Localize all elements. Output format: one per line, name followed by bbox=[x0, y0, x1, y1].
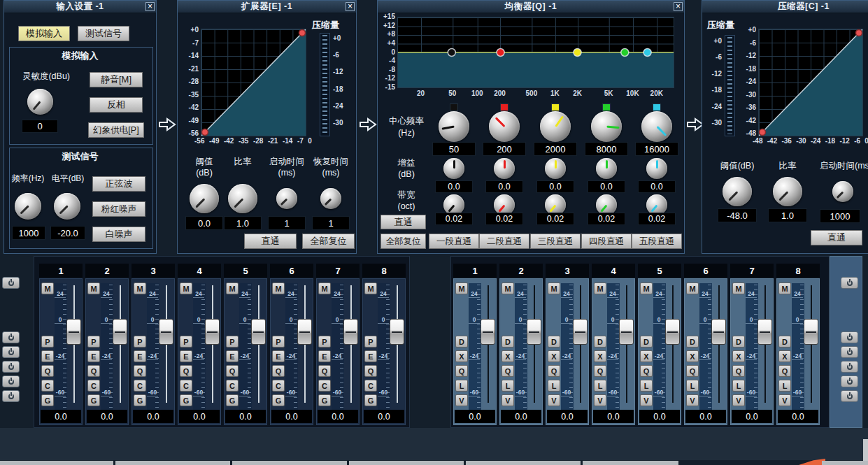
power-button[interactable] bbox=[841, 361, 858, 373]
strip-button-q[interactable]: Q bbox=[41, 365, 54, 377]
strip-button-q[interactable]: Q bbox=[548, 365, 560, 377]
fader-handle[interactable] bbox=[390, 319, 404, 345]
band-bypass-button[interactable]: 三段直通 bbox=[530, 234, 581, 249]
mute-button[interactable]: M bbox=[640, 282, 653, 294]
strip-button-c[interactable]: C bbox=[41, 380, 54, 392]
strip-button-q[interactable]: Q bbox=[134, 365, 146, 377]
strip-button-l[interactable]: L bbox=[594, 380, 606, 392]
band-gain-knob[interactable] bbox=[443, 158, 464, 179]
power-button[interactable] bbox=[2, 346, 20, 358]
mute-button[interactable]: M bbox=[732, 282, 745, 294]
eq-band-dot[interactable] bbox=[643, 49, 651, 57]
strip-button-x[interactable]: X bbox=[686, 350, 699, 362]
fader-handle[interactable] bbox=[481, 319, 495, 345]
strip-button-e[interactable]: E bbox=[364, 350, 377, 362]
strip-button-x[interactable]: X bbox=[594, 350, 606, 362]
eq-band-dot[interactable] bbox=[497, 49, 504, 57]
mute-button[interactable]: M bbox=[226, 282, 239, 294]
close-icon[interactable]: × bbox=[145, 2, 155, 11]
fader-handle[interactable] bbox=[573, 319, 588, 345]
bypass-button[interactable]: 直通 bbox=[811, 230, 862, 245]
phantom-power-button[interactable]: 幻象供电[P] bbox=[88, 122, 144, 138]
strip-button-p[interactable]: P bbox=[87, 336, 100, 348]
power-button[interactable] bbox=[2, 375, 20, 387]
eq-reset-all-button[interactable]: 全部复位 bbox=[380, 234, 426, 249]
power-button[interactable] bbox=[841, 390, 858, 402]
fader-handle[interactable] bbox=[804, 319, 818, 345]
strip-button-x[interactable]: X bbox=[640, 350, 653, 362]
strip-button-l[interactable]: L bbox=[778, 380, 791, 392]
compressor-titlebar[interactable]: 压缩器[C] -1 bbox=[702, 1, 868, 13]
strip-button-e[interactable]: E bbox=[134, 350, 146, 362]
mute-button[interactable]: M bbox=[272, 282, 285, 294]
strip-button-g[interactable]: G bbox=[134, 394, 146, 406]
curve-point-low[interactable] bbox=[202, 129, 208, 136]
strip-button-e[interactable]: E bbox=[87, 350, 100, 362]
strip-button-d[interactable]: D bbox=[732, 336, 745, 348]
strip-button-q[interactable]: Q bbox=[318, 365, 331, 377]
bottom-tab-edge[interactable] bbox=[349, 461, 464, 465]
strip-button-e[interactable]: E bbox=[180, 350, 192, 362]
eq-bypass-button[interactable]: 直通 bbox=[380, 215, 426, 229]
strip-button-p[interactable]: P bbox=[364, 336, 377, 348]
strip-button-d[interactable]: D bbox=[640, 336, 653, 348]
strip-button-c[interactable]: C bbox=[272, 380, 285, 392]
mute-button[interactable]: M bbox=[548, 282, 560, 294]
eq-band-dot[interactable] bbox=[448, 49, 455, 57]
strip-button-l[interactable]: L bbox=[455, 380, 468, 392]
bypass-button[interactable]: 直通 bbox=[244, 234, 297, 249]
fader-handle[interactable] bbox=[113, 319, 127, 345]
strip-button-x[interactable]: X bbox=[455, 350, 468, 362]
attack-knob[interactable] bbox=[276, 188, 297, 209]
band-gain-knob[interactable] bbox=[494, 158, 515, 179]
strip-button-c[interactable]: C bbox=[134, 380, 146, 392]
strip-button-x[interactable]: X bbox=[548, 350, 560, 362]
strip-button-d[interactable]: D bbox=[778, 336, 791, 348]
strip-button-q[interactable]: Q bbox=[640, 365, 653, 377]
fader-handle[interactable] bbox=[665, 319, 680, 345]
band-bypass-button[interactable]: 五段直通 bbox=[632, 234, 682, 249]
threshold-knob[interactable] bbox=[190, 184, 219, 213]
strip-button-p[interactable]: P bbox=[134, 336, 146, 348]
mute-button[interactable]: M bbox=[686, 282, 699, 294]
expander-titlebar[interactable]: 扩展器[E] -1 × bbox=[178, 1, 356, 13]
strip-button-e[interactable]: E bbox=[226, 350, 239, 362]
power-button[interactable] bbox=[841, 331, 858, 343]
strip-button-l[interactable]: L bbox=[686, 380, 699, 392]
sensitivity-knob[interactable] bbox=[27, 89, 53, 115]
expander-transfer-graph[interactable] bbox=[201, 29, 306, 136]
band-frequency-knob[interactable] bbox=[540, 111, 571, 142]
power-button[interactable] bbox=[2, 361, 20, 373]
strip-button-g[interactable]: G bbox=[272, 394, 285, 406]
strip-button-d[interactable]: D bbox=[455, 336, 468, 348]
fader-handle[interactable] bbox=[251, 319, 266, 345]
strip-button-v[interactable]: V bbox=[686, 394, 699, 406]
mute-button[interactable]: M bbox=[501, 282, 514, 294]
curve-point-high[interactable] bbox=[856, 30, 862, 36]
mute-button[interactable]: M bbox=[594, 282, 606, 294]
strip-button-l[interactable]: L bbox=[732, 380, 745, 392]
equalizer-titlebar[interactable]: 均衡器[Q] -1 × bbox=[378, 1, 684, 13]
level-knob[interactable] bbox=[54, 193, 80, 220]
strip-button-p[interactable]: P bbox=[226, 336, 239, 348]
strip-button-l[interactable]: L bbox=[640, 380, 653, 392]
compressor-transfer-graph[interactable] bbox=[758, 29, 863, 136]
strip-button-l[interactable]: L bbox=[501, 380, 514, 392]
strip-button-q[interactable]: Q bbox=[778, 365, 791, 377]
strip-button-x[interactable]: X bbox=[732, 350, 745, 362]
strip-button-q[interactable]: Q bbox=[686, 365, 699, 377]
strip-button-l[interactable]: L bbox=[548, 380, 560, 392]
strip-button-c[interactable]: C bbox=[180, 380, 192, 392]
power-button[interactable] bbox=[2, 390, 20, 402]
mute-button[interactable]: 静音[M] bbox=[90, 72, 143, 87]
bottom-tab-edge[interactable] bbox=[0, 461, 113, 465]
sine-wave-button[interactable]: 正弦波 bbox=[92, 176, 145, 192]
strip-button-g[interactable]: G bbox=[180, 394, 192, 406]
band-bypass-button[interactable]: 二段直通 bbox=[479, 234, 529, 249]
curve-point-low[interactable] bbox=[760, 129, 766, 136]
fader-handle[interactable] bbox=[527, 319, 541, 345]
mute-button[interactable]: M bbox=[134, 282, 146, 294]
mute-button[interactable]: M bbox=[318, 282, 331, 294]
release-knob[interactable] bbox=[320, 188, 341, 209]
strip-button-d[interactable]: D bbox=[548, 336, 560, 348]
